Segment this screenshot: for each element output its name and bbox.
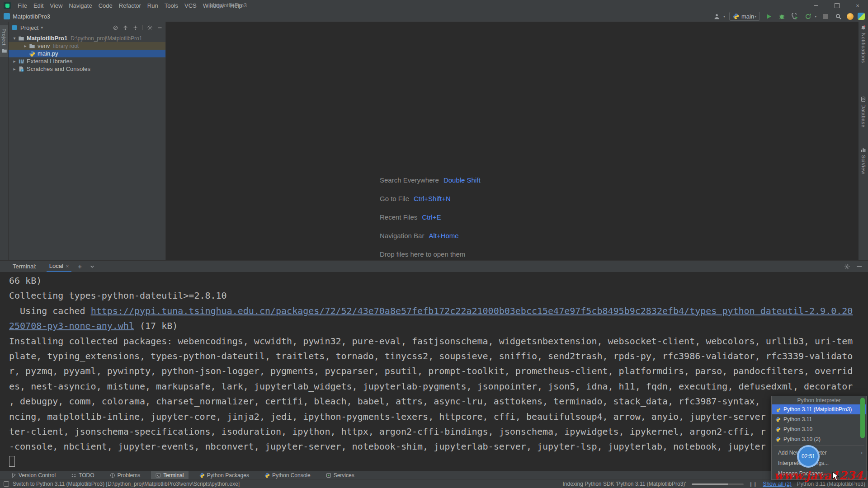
debug-button[interactable] bbox=[777, 12, 786, 21]
divider bbox=[142, 25, 143, 30]
interpreter-option-python-3-11-matplotlibpro3[interactable]: Python 3.11 (MatplotlibPro3) bbox=[772, 404, 866, 414]
tree-item-external-libraries[interactable]: ▸External Libraries bbox=[9, 57, 165, 65]
tree-hint: D:\python_proj\MatplotlibPro1 bbox=[71, 35, 142, 42]
stop-button bbox=[821, 12, 830, 21]
recording-timer-overlay: 02:51 bbox=[797, 445, 820, 468]
chevron-down-icon[interactable]: ▾ bbox=[11, 36, 18, 41]
new-terminal-button[interactable]: + bbox=[78, 263, 82, 270]
menu-navigate[interactable]: Navigate bbox=[66, 1, 95, 10]
toolwindow-version-control[interactable]: Version Control bbox=[6, 471, 60, 479]
project-tree: ▾MatplotlibPro1D:\python_proj\Matplotlib… bbox=[9, 34, 165, 73]
gear-icon[interactable] bbox=[147, 25, 153, 31]
menu-tools[interactable]: Tools bbox=[161, 1, 181, 10]
menu-edit[interactable]: Edit bbox=[30, 1, 47, 10]
terminal-tab-local[interactable]: Local × bbox=[47, 261, 72, 272]
watermark-text: www.java1234.com bbox=[774, 469, 868, 482]
event-log-icon[interactable] bbox=[4, 481, 9, 487]
pause-indexing-icon[interactable]: ❙❙ bbox=[749, 482, 758, 487]
shortcut-row: Navigation BarAlt+Home bbox=[380, 232, 481, 239]
chevron-right-icon[interactable]: ▸ bbox=[22, 43, 28, 48]
toolwindow-terminal[interactable]: Terminal bbox=[151, 471, 188, 479]
interpreter-option-label: Python 3.11 bbox=[783, 416, 812, 422]
status-message[interactable]: Switch to Python 3.11 (MatplotlibPro3) [… bbox=[13, 481, 240, 487]
collapse-all-icon[interactable] bbox=[123, 25, 128, 31]
tree-item-venv[interactable]: ▸venvlibrary root bbox=[9, 42, 165, 50]
toolwindow-todo[interactable]: TODO bbox=[66, 471, 99, 479]
popup-scrollbar[interactable] bbox=[860, 398, 865, 438]
stripe-sciview[interactable]: SciView bbox=[859, 144, 868, 177]
menu-code[interactable]: Code bbox=[95, 1, 116, 10]
chevron-down-icon[interactable]: ▾ bbox=[41, 25, 43, 30]
menu-view[interactable]: View bbox=[47, 1, 66, 10]
search-everywhere-icon[interactable] bbox=[834, 12, 843, 21]
shortcut-row: Search EverywhereDouble Shift bbox=[380, 176, 481, 184]
chevron-right-icon[interactable]: ▸ bbox=[11, 66, 18, 71]
stripe-database[interactable]: Database bbox=[859, 93, 868, 131]
close-button[interactable]: × bbox=[847, 0, 868, 11]
terminal-link[interactable]: https://pypi.tuna.tsinghua.edu.cn/packag… bbox=[91, 305, 853, 316]
tree-item-matplotlibpro1[interactable]: ▾MatplotlibPro1D:\python_proj\Matplotlib… bbox=[9, 34, 165, 42]
project-panel-title[interactable]: Project bbox=[20, 24, 38, 31]
run-with-coverage-button[interactable] bbox=[790, 12, 799, 21]
tree-label: Scratches and Consoles bbox=[27, 66, 90, 72]
terminal-line: es, nest-asyncio, mistune, markupsafe, l… bbox=[9, 379, 868, 394]
toolwindow-services[interactable]: Services bbox=[321, 471, 359, 479]
run-config-name: main bbox=[741, 13, 754, 20]
tree-item-scratches-and-consoles[interactable]: ▸Scratches and Consoles bbox=[9, 65, 165, 73]
expand-all-icon[interactable] bbox=[132, 25, 138, 31]
shortcut-keys: Ctrl+Shift+N bbox=[414, 195, 451, 202]
toolwindow-python-packages[interactable]: Python Packages bbox=[195, 471, 254, 479]
plugin-ball-icon[interactable] bbox=[847, 13, 854, 20]
hide-panel-icon[interactable] bbox=[157, 25, 163, 31]
run-config-selector[interactable]: main ▾ bbox=[729, 12, 760, 21]
toolwindow-problems[interactable]: Problems bbox=[105, 471, 145, 479]
python-icon bbox=[775, 407, 781, 412]
tree-item-main-py[interactable]: main.py bbox=[9, 50, 165, 57]
chevron-right-icon[interactable]: ▸ bbox=[11, 59, 18, 64]
terminal-line: -console, nbclient, jupyter-events, nbco… bbox=[9, 439, 868, 454]
tree-label: main.py bbox=[38, 50, 58, 57]
terminal-text: plate, typing_extensions, types-python-d… bbox=[9, 351, 853, 361]
toolwindow-label: Terminal bbox=[163, 472, 184, 479]
shortcut-label: Recent Files bbox=[380, 213, 417, 221]
project-tab-icon bbox=[11, 24, 18, 31]
gear-icon[interactable] bbox=[844, 263, 850, 270]
interpreter-option-python-3-10[interactable]: Python 3.10 bbox=[772, 424, 866, 434]
run-button[interactable] bbox=[764, 12, 773, 21]
app-logo-icon[interactable] bbox=[4, 2, 11, 9]
menu-vcs[interactable]: VCS bbox=[181, 1, 200, 10]
terminal-line: Using cached https://pypi.tuna.tsinghua.… bbox=[9, 304, 868, 319]
terminal-link[interactable]: 250708-py3-none-any.whl bbox=[9, 320, 134, 331]
profiler-button[interactable] bbox=[803, 12, 812, 21]
minimize-button[interactable] bbox=[806, 0, 826, 11]
maximize-button[interactable] bbox=[826, 0, 847, 11]
shortcut-label: Navigation Bar bbox=[380, 232, 424, 239]
interpreter-option-python-3-11[interactable]: Python 3.11 bbox=[772, 414, 866, 424]
menu-refactor[interactable]: Refactor bbox=[116, 1, 144, 10]
locate-file-icon[interactable] bbox=[113, 25, 118, 31]
stripe-project-label: Project bbox=[1, 28, 7, 46]
project-panel-toolbar bbox=[113, 25, 163, 31]
terminal-text: es, nest-asyncio, mistune, markupsafe, l… bbox=[9, 381, 853, 392]
user-account-icon[interactable] bbox=[712, 12, 721, 21]
terminal-line: ter-client, jsonschema-specifications, i… bbox=[9, 424, 868, 439]
interpreter-option-python-3-10-2[interactable]: Python 3.10 (2) bbox=[772, 434, 866, 444]
stripe-notifications[interactable]: Notifications bbox=[859, 22, 868, 66]
toolwindow-python-console[interactable]: Python Console bbox=[260, 471, 315, 479]
menu-run[interactable]: Run bbox=[144, 1, 161, 10]
toolwindow-label: Services bbox=[334, 472, 354, 479]
terminal-line bbox=[9, 455, 868, 469]
terminal-options-icon[interactable] bbox=[89, 263, 95, 270]
terminal-panel[interactable]: 66 kB)Collecting types-python-dateutil>=… bbox=[0, 272, 868, 471]
ide-settings-icon[interactable] bbox=[858, 13, 865, 20]
close-tab-icon[interactable]: × bbox=[66, 263, 69, 269]
navigation-bar: MatplotlibPro3 ▾ main ▾ ▾ bbox=[0, 11, 868, 22]
menu-file[interactable]: File bbox=[14, 1, 30, 10]
terminal-text: r, pyzmq, pyyaml, pywinpty, python-json-… bbox=[9, 366, 853, 376]
shortcut-label: Search Everywhere bbox=[380, 176, 439, 184]
hide-terminal-icon[interactable] bbox=[857, 266, 862, 267]
terminal-text: , debugpy, comm, colorama, charset_norma… bbox=[9, 396, 766, 407]
stripe-project-button[interactable]: Project bbox=[0, 25, 8, 57]
terminal-line: ncing, matplotlib-inline, jupyter-core, … bbox=[9, 409, 868, 424]
navbar-project[interactable]: MatplotlibPro3 bbox=[4, 13, 50, 20]
